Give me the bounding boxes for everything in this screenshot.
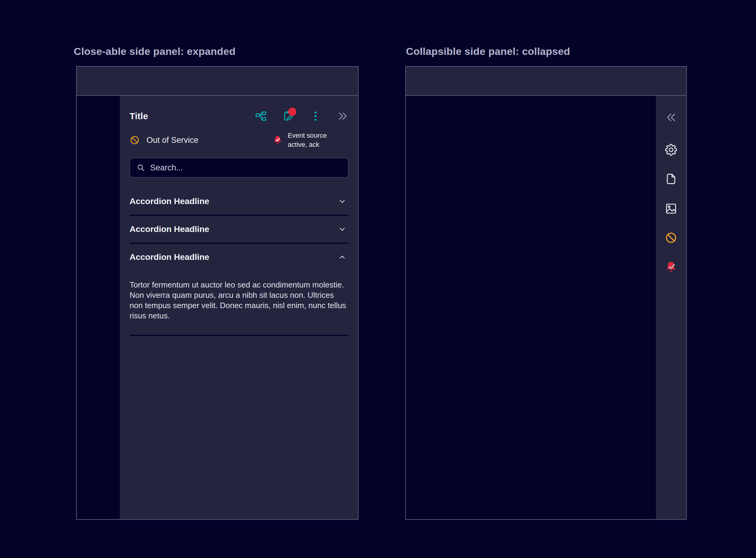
accordion-body-text: Tortor fermentum ut auctor leo sed ac co… [129, 271, 347, 335]
event-source-icon[interactable] [665, 260, 677, 273]
side-panel-collapsed [656, 96, 686, 519]
figure-caption-collapsed: Collapsible side panel: collapsed [406, 46, 570, 57]
file-icon[interactable] [665, 173, 677, 185]
panel-header: Title [129, 107, 349, 126]
figure-caption-expanded: Close-able side panel: expanded [74, 46, 235, 57]
topology-icon[interactable] [255, 110, 267, 122]
out-of-service-icon [129, 135, 140, 145]
event-source-icon [272, 135, 283, 145]
chevron-down-icon [338, 197, 346, 205]
divider [129, 335, 349, 336]
chevron-up-icon [338, 253, 346, 261]
expand-left-icon[interactable] [665, 111, 677, 123]
content-area [77, 96, 120, 519]
settings-icon[interactable] [665, 144, 677, 156]
search-input[interactable] [150, 163, 342, 173]
image-icon[interactable] [665, 202, 677, 215]
design-spec-canvas: { "colors": { "accent_teal": "#00c0c0", … [0, 0, 756, 558]
panel-toolbar [255, 110, 349, 122]
out-of-service-icon[interactable] [665, 231, 677, 244]
side-panel-expanded: Title [120, 96, 358, 519]
window-titlebar [406, 67, 686, 96]
app-window-collapsed [405, 66, 687, 520]
content-area [406, 96, 656, 519]
note-edit-icon[interactable] [282, 110, 294, 122]
app-window-expanded: Title [76, 66, 359, 520]
window-body [406, 96, 686, 519]
notification-badge [288, 108, 296, 116]
panel-title: Title [129, 111, 148, 121]
window-titlebar [77, 67, 358, 96]
accordion-header-2[interactable]: Accordion Headline [129, 216, 349, 243]
collapse-right-icon[interactable] [337, 110, 349, 122]
status-row: Out of Service Event source active, ack [129, 131, 349, 149]
status-out-of-service: Out of Service [129, 135, 198, 145]
kebab-menu-icon[interactable] [310, 110, 321, 122]
accordion-group: Accordion Headline Accordion Headline Ac… [129, 188, 349, 336]
status-label: Out of Service [147, 135, 198, 145]
chevron-down-icon [338, 225, 346, 233]
accordion-header-1[interactable]: Accordion Headline [129, 188, 349, 215]
accordion-header-3[interactable]: Accordion Headline [129, 244, 349, 271]
window-body: Title [77, 96, 358, 519]
status-event-label: Event source active, ack [288, 131, 327, 149]
search-box [129, 158, 349, 178]
status-event-source: Event source active, ack [272, 131, 327, 149]
search-icon [136, 163, 145, 172]
